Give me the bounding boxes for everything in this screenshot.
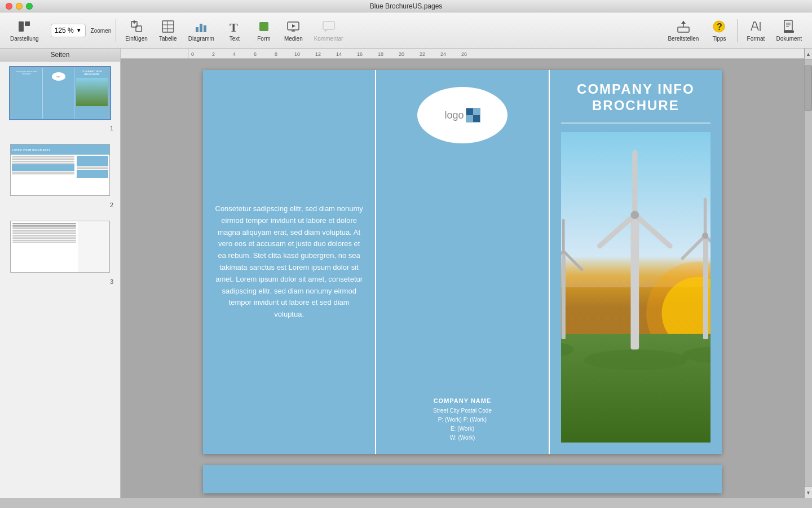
darstellung-button[interactable]: Darstellung <box>6 16 43 44</box>
svg-text:16: 16 <box>357 51 363 57</box>
brochure-panel-left: Consetetur sadipscing elitr, sed diam no… <box>203 70 375 454</box>
company-email: E: (Work) <box>433 424 492 433</box>
dokument-icon <box>781 19 797 34</box>
tabelle-button[interactable]: Tabelle <box>155 16 182 44</box>
title-line2: BROCHURE <box>592 98 679 113</box>
svg-rect-14 <box>259 22 268 31</box>
svg-text:10: 10 <box>294 51 300 57</box>
diagramm-button[interactable]: Diagramm <box>184 16 219 44</box>
form-icon <box>256 19 272 34</box>
title-line1: COMPANY INFO <box>577 81 694 97</box>
page-2-number: 2 <box>5 202 116 208</box>
separator-2 <box>737 19 738 42</box>
svg-rect-28 <box>784 20 792 30</box>
svg-rect-21 <box>678 27 689 32</box>
svg-marker-23 <box>681 21 686 24</box>
page-thumb-3[interactable] <box>9 220 111 274</box>
svg-text:14: 14 <box>336 51 342 57</box>
document-page-1: Consetetur sadipscing elitr, sed diam no… <box>203 70 722 454</box>
canvas-area[interactable]: Consetetur sadipscing elitr, sed diam no… <box>121 59 804 498</box>
svg-text:2: 2 <box>212 51 215 57</box>
format-button[interactable]: Format <box>742 16 769 44</box>
einfuegen-label: Einfügen <box>125 36 147 42</box>
sidebar-header: Seiten <box>0 49 120 62</box>
window-controls <box>6 3 33 10</box>
scroll-up-button[interactable]: ▲ <box>805 49 812 60</box>
svg-text:22: 22 <box>420 51 425 57</box>
ruler: 0 2 4 6 8 10 12 14 16 18 20 22 24 26 <box>121 49 804 59</box>
bereitstellen-label: Bereitstellen <box>668 36 699 42</box>
diagramm-label: Diagramm <box>188 36 214 42</box>
text-button[interactable]: T Text <box>221 16 248 44</box>
logo-sq-2 <box>473 108 480 115</box>
tabelle-label: Tabelle <box>159 36 177 42</box>
page-thumb-2[interactable]: LOREM IPSUM DOLOR AMET <box>9 143 111 197</box>
company-web: W: (Work) <box>433 433 492 443</box>
sidebar: Seiten Lorem ipsum dolor sit amet consec… <box>0 49 121 498</box>
svg-rect-65 <box>561 251 565 339</box>
brochure-panel-right: COMPANY INFO BROCHURE <box>549 70 722 454</box>
page-thumb-2-inner: LOREM IPSUM DOLOR AMET <box>10 144 110 196</box>
minimize-button[interactable] <box>16 3 23 10</box>
svg-text:12: 12 <box>315 51 321 57</box>
einfuegen-button[interactable]: Einfügen <box>121 16 152 44</box>
page-thumb-3-inner <box>10 221 110 273</box>
svg-text:26: 26 <box>461 51 467 57</box>
company-phone: P: (Work) F: (Work) <box>433 415 492 424</box>
page-3-number: 3 <box>5 278 116 285</box>
svg-point-59 <box>630 211 639 219</box>
svg-text:20: 20 <box>399 51 404 57</box>
brochure-panel-middle: logo <box>375 70 548 454</box>
page-1-preview: Lorem ipsum dolor sit amet consectetur l… <box>11 68 109 119</box>
diagramm-icon <box>193 19 209 34</box>
bereitstellen-icon <box>676 19 691 34</box>
svg-text:24: 24 <box>440 51 446 57</box>
company-name: COMPANY NAME <box>433 396 492 406</box>
panel-left-text: Consetetur sadipscing elitr, sed diam no… <box>214 203 364 321</box>
svg-rect-11 <box>200 24 202 32</box>
main-area: Seiten Lorem ipsum dolor sit amet consec… <box>0 49 812 498</box>
title-divider <box>561 122 710 124</box>
svg-point-53 <box>584 349 687 370</box>
scrollbar-vertical[interactable]: ▲ ▼ <box>804 49 812 498</box>
dokument-label: Dokument <box>776 36 802 42</box>
svg-text:?: ? <box>717 22 722 32</box>
kommentar-label: Kommentar <box>314 36 343 42</box>
svg-rect-32 <box>784 30 794 33</box>
page-thumb-1[interactable]: Lorem ipsum dolor sit amet consectetur l… <box>9 66 111 120</box>
format-label: Format <box>747 36 765 42</box>
bereitstellen-button[interactable]: Bereitstellen <box>663 16 703 44</box>
medien-button[interactable]: Medien <box>280 16 307 44</box>
scroll-thumb[interactable] <box>805 65 812 111</box>
zoom-group: 125 % ▼ <box>46 21 91 40</box>
kommentar-button[interactable]: Kommentar <box>310 16 348 44</box>
maximize-button[interactable] <box>26 3 33 10</box>
darstellung-label: Darstellung <box>10 36 39 42</box>
toolbar: Darstellung 125 % ▼ Zoomen Einfügen <box>0 12 812 49</box>
form-button[interactable]: Form <box>250 16 277 44</box>
kommentar-icon <box>321 19 337 34</box>
page-2-preview: LOREM IPSUM DOLOR AMET <box>11 144 109 195</box>
darstellung-icon <box>16 19 32 34</box>
svg-text:0: 0 <box>191 51 194 57</box>
zoom-value: 125 % <box>55 27 74 34</box>
scroll-down-button[interactable]: ▼ <box>805 487 812 498</box>
document-page-2-partial <box>203 465 722 493</box>
text-icon: T <box>227 19 242 34</box>
zoom-control[interactable]: 125 % ▼ <box>51 24 86 37</box>
svg-rect-1 <box>25 21 30 26</box>
svg-text:8: 8 <box>275 51 277 57</box>
logo-oval: logo <box>417 87 508 143</box>
tipps-button[interactable]: ? Tipps <box>705 16 732 44</box>
svg-rect-19 <box>323 21 334 29</box>
logo-sq-3 <box>466 115 473 122</box>
page-1-number: 1 <box>5 125 116 132</box>
scroll-track <box>805 60 812 487</box>
tipps-icon: ? <box>711 19 727 34</box>
svg-marker-16 <box>292 24 295 28</box>
company-address: COMPANY NAME Street City Postal Code P: … <box>433 396 492 443</box>
close-button[interactable] <box>6 3 12 10</box>
dokument-button[interactable]: Dokument <box>771 16 806 44</box>
tabelle-icon <box>160 19 176 34</box>
svg-text:6: 6 <box>254 51 257 57</box>
